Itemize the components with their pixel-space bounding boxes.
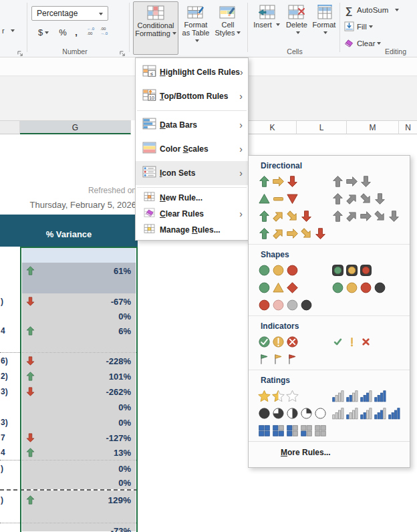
variance-value: -73% [111, 526, 131, 532]
variance-cell[interactable]: -67% [22, 293, 136, 309]
menu-item-data-bars[interactable]: Data Bars› [136, 113, 248, 137]
format-as-table-button[interactable]: Format as Table [180, 1, 211, 55]
circle-red-icon [258, 299, 271, 311]
iconset-option-directional-3-left[interactable] [255, 209, 315, 224]
iconset-option-shapes-1-left[interactable] [255, 263, 301, 278]
iconset-option-shapes-2-left[interactable] [255, 280, 301, 295]
number-format-select[interactable]: Percentage [31, 6, 108, 21]
iconset-option-directional-2-right[interactable] [329, 191, 389, 207]
menu-item-manage-rules[interactable]: Manage Rules... [136, 222, 248, 238]
autosum-button[interactable]: ∑AutoSum [343, 5, 399, 18]
menu-item-label: New Rule... [160, 193, 244, 203]
clipped-neighbor-value: ) [1, 464, 3, 473]
variance-cell[interactable]: 0% [22, 399, 136, 414]
decrease-decimal-button[interactable]: .00→.0 [99, 25, 111, 40]
number-dialog-launcher-icon[interactable] [120, 47, 126, 54]
variance-column-header: % Variance [0, 215, 138, 247]
variance-cell[interactable]: 0% [22, 476, 136, 489]
variance-value: -127% [106, 432, 131, 442]
button-label: Cell [222, 21, 235, 29]
dialog-launcher-icon[interactable] [17, 47, 24, 54]
variance-cell[interactable]: 0% [22, 309, 136, 323]
iconset-group-label: Shapes [261, 250, 410, 259]
variance-cell[interactable]: -262% [22, 384, 136, 399]
variance-cell[interactable]: 13% [22, 445, 136, 460]
comma-style-button[interactable]: , [71, 25, 82, 40]
fill-button[interactable]: Fill [343, 21, 373, 35]
iconset-option-directional-1-right[interactable] [329, 174, 375, 189]
iconset-option-ratings-3-left[interactable] [255, 423, 329, 438]
iconset-option-shapes-3-left[interactable] [255, 297, 315, 313]
format-button[interactable]: Format [310, 1, 338, 55]
column-header-m[interactable]: M [347, 120, 399, 134]
menu-item-color-scales[interactable]: Color Scales› [136, 137, 248, 161]
tri-down-red-icon [286, 192, 299, 205]
variance-cell[interactable]: 129% [22, 491, 136, 509]
data-bars-icon [138, 118, 160, 133]
increase-decimal-button[interactable]: ←.0.00 [86, 25, 98, 40]
menu-item-new-rule[interactable]: New Rule... [136, 190, 248, 206]
iconset-option-shapes-1-right[interactable] [329, 263, 375, 278]
iconset-option-indicators-1-left[interactable] [255, 334, 301, 350]
variance-cell[interactable] [22, 338, 136, 352]
variance-value: 6% [118, 325, 131, 336]
column-header-k[interactable]: K [249, 120, 297, 134]
chevron-down-icon [395, 9, 399, 11]
more-rules-menu-item[interactable]: More Rules... [249, 441, 410, 463]
variance-cell[interactable]: -127% [22, 430, 136, 445]
iconset-option-indicators-1-right[interactable] [329, 334, 375, 350]
iconset-option-directional-2-left[interactable] [255, 191, 301, 207]
button-label [274, 21, 280, 29]
column-header-n[interactable]: N [399, 120, 417, 134]
iconset-option-directional-3-right[interactable] [329, 209, 403, 224]
menu-item-top-bottom-rules[interactable]: 10Top/Bottom Rules› [136, 84, 248, 108]
percent-style-button[interactable]: % [56, 25, 70, 40]
variance-cell[interactable]: 6% [22, 323, 136, 338]
iconset-option-directional-4-left[interactable] [255, 226, 329, 241]
menu-item-highlight-cells-rules[interactable]: ≤Highlight Cells Rules› [136, 60, 248, 84]
arrow-ne-gray-icon [345, 210, 358, 223]
variance-cell[interactable]: 101% [22, 368, 136, 384]
insert-cells-icon [251, 5, 282, 21]
variance-cell[interactable] [22, 509, 136, 523]
light-red-icon [360, 264, 372, 277]
insert-button[interactable]: Insert [251, 1, 282, 55]
conditional-formatting-button[interactable]: Conditional Formatting [133, 1, 178, 55]
column-header-g[interactable]: G [20, 120, 131, 134]
iconset-option-ratings-1-right[interactable] [329, 388, 389, 404]
iconset-option-indicators-2-left[interactable] [255, 352, 301, 367]
iconset-option-directional-1-left[interactable] [255, 174, 301, 189]
delete-button[interactable]: Delete [283, 1, 310, 55]
variance-cell[interactable]: -73% [22, 523, 136, 531]
iconset-option-ratings-2-left[interactable] [255, 406, 329, 421]
iconset-group-ratings: Ratings [249, 370, 410, 441]
pie-0.75-icon [272, 407, 285, 420]
variance-cell[interactable]: -228% [22, 353, 136, 368]
variance-cell[interactable] [22, 247, 136, 263]
iconset-option-ratings-1-left[interactable] [255, 388, 301, 404]
column-header-partial[interactable] [0, 120, 20, 134]
submenu-arrow-icon: › [239, 144, 244, 154]
arrow-down-gray-icon [388, 210, 400, 223]
arrow-down-gray-icon [374, 192, 386, 205]
svg-text:←.0: ←.0 [87, 26, 95, 31]
column-header-l[interactable]: L [297, 120, 347, 134]
iconset-row [249, 388, 410, 405]
iconset-option-shapes-2-right[interactable] [329, 280, 389, 295]
clipped-dropdown-button[interactable]: r [2, 27, 22, 35]
variance-value: 0% [118, 417, 131, 427]
menu-item-clear-rules[interactable]: Clear Rules› [136, 206, 248, 222]
variance-cell[interactable]: 0% [22, 460, 136, 476]
bars-4-icon [374, 390, 386, 402]
variance-cell[interactable] [22, 278, 136, 293]
variance-cell[interactable]: 61% [22, 263, 136, 278]
currency-format-button[interactable]: $ [35, 25, 52, 40]
clipped-neighbor-value: ) [1, 297, 3, 306]
menu-item-icon-sets[interactable]: Icon Sets› [136, 161, 248, 185]
iconset-option-ratings-2-right[interactable] [329, 406, 403, 421]
sym-x-circled-icon [286, 336, 299, 348]
cell-styles-button[interactable]: Cell Styles [213, 1, 243, 55]
variance-cell[interactable]: 0% [22, 414, 136, 430]
number-group-label: Number [31, 47, 118, 55]
table-row [0, 278, 138, 293]
